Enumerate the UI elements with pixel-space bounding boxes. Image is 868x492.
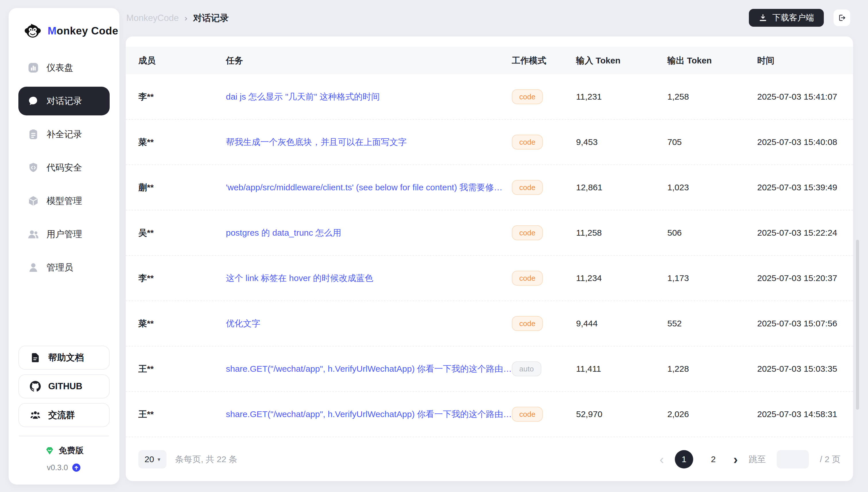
task-link[interactable]: 帮我生成一个灰色底块，并且可以在上面写文字 bbox=[226, 137, 512, 148]
sidebar-item-label: 补全记录 bbox=[47, 128, 82, 140]
logout-button[interactable] bbox=[834, 9, 850, 26]
chevron-right-icon: › bbox=[184, 13, 188, 23]
app-logo: Monkey Code bbox=[8, 8, 119, 53]
model-cube-icon bbox=[28, 195, 39, 207]
sidebar-item-dashboard[interactable]: 仪表盘 bbox=[18, 53, 110, 82]
timestamp: 2025-07-03 15:39:49 bbox=[757, 182, 840, 192]
input-tokens: 52,970 bbox=[576, 409, 667, 419]
sidebar-item-label: 代码安全 bbox=[47, 162, 82, 174]
table-row: 蒯** 'web/app/src/middleware/client.ts' (… bbox=[126, 165, 853, 211]
timestamp: 2025-07-03 15:03:35 bbox=[757, 364, 840, 374]
timestamp: 2025-07-03 15:22:24 bbox=[757, 228, 840, 238]
plan-badge: 免费版 bbox=[18, 445, 110, 457]
caret-down-icon: ▾ bbox=[157, 456, 160, 463]
page-1-button[interactable]: 1 bbox=[675, 450, 693, 468]
github-button[interactable]: GITHUB bbox=[18, 374, 110, 398]
output-tokens: 506 bbox=[667, 228, 757, 238]
sidebar-item-admin[interactable]: 管理员 bbox=[18, 253, 110, 282]
col-member: 成员 bbox=[138, 55, 226, 67]
timestamp: 2025-07-03 15:40:08 bbox=[757, 137, 840, 147]
sidebar-item-chat-records[interactable]: 对话记录 bbox=[18, 87, 110, 115]
timestamp: 2025-07-03 15:41:07 bbox=[757, 92, 840, 102]
table-row: 王** share.GET("/wechat/app", h.VerifyUrl… bbox=[126, 392, 853, 437]
jump-page-input[interactable] bbox=[777, 450, 809, 468]
task-link[interactable]: postgres 的 data_trunc 怎么用 bbox=[226, 227, 512, 239]
col-mode: 工作模式 bbox=[512, 55, 576, 67]
timestamp: 2025-07-03 15:20:37 bbox=[757, 273, 840, 283]
version-label: v0.3.0 bbox=[47, 463, 68, 472]
version-row: v0.3.0 bbox=[18, 463, 110, 472]
mode-badge: code bbox=[512, 180, 543, 195]
next-page-button[interactable]: › bbox=[734, 453, 738, 466]
task-link[interactable]: 'web/app/src/middleware/client.ts' (see … bbox=[226, 182, 512, 194]
dashboard-icon bbox=[28, 62, 39, 73]
logout-icon bbox=[838, 14, 846, 22]
github-label: GITHUB bbox=[48, 381, 82, 392]
jump-to-label: 跳至 bbox=[749, 453, 766, 465]
output-tokens: 1,023 bbox=[667, 182, 757, 192]
task-link[interactable]: share.GET("/wechat/app", h.VerifyUrlWech… bbox=[226, 409, 512, 420]
mode-badge: code bbox=[512, 271, 543, 286]
col-output-token: 输出 Token bbox=[667, 55, 757, 67]
admin-icon bbox=[28, 262, 39, 273]
page-size-select[interactable]: 20 ▾ bbox=[138, 450, 167, 468]
page-size-value: 20 bbox=[145, 454, 154, 464]
input-tokens: 9,453 bbox=[576, 137, 667, 147]
output-tokens: 552 bbox=[667, 319, 757, 328]
task-link[interactable]: 这个 link 标签在 hover 的时候改成蓝色 bbox=[226, 272, 512, 284]
col-task: 任务 bbox=[226, 55, 512, 67]
sidebar-item-user-management[interactable]: 用户管理 bbox=[18, 220, 110, 249]
community-group-label: 交流群 bbox=[48, 409, 75, 421]
task-link[interactable]: 优化文字 bbox=[226, 318, 512, 329]
input-tokens: 9,444 bbox=[576, 319, 667, 328]
table-row: 菜** 优化文字 code 9,444 552 2025-07-03 15:07… bbox=[126, 301, 853, 346]
input-tokens: 11,234 bbox=[576, 273, 667, 283]
task-link[interactable]: dai js 怎么显示 "几天前" 这种格式的时间 bbox=[226, 91, 512, 103]
page-2-button[interactable]: 2 bbox=[704, 450, 722, 468]
sidebar-item-label: 对话记录 bbox=[47, 95, 82, 107]
member-name: 蒯** bbox=[138, 182, 226, 194]
input-tokens: 12,861 bbox=[576, 182, 667, 192]
member-name: 菜** bbox=[138, 318, 226, 329]
table-row: 李** dai js 怎么显示 "几天前" 这种格式的时间 code 11,23… bbox=[126, 74, 853, 120]
community-group-button[interactable]: 交流群 bbox=[18, 403, 110, 427]
help-docs-button[interactable]: 帮助文档 bbox=[18, 346, 110, 370]
member-name: 李** bbox=[138, 91, 226, 103]
sidebar-item-model-management[interactable]: 模型管理 bbox=[18, 187, 110, 215]
upgrade-icon[interactable] bbox=[72, 463, 81, 472]
prev-page-button[interactable]: ‹ bbox=[660, 453, 664, 466]
plan-label: 免费版 bbox=[59, 445, 84, 457]
timestamp: 2025-07-03 14:58:31 bbox=[757, 409, 840, 419]
doc-icon bbox=[30, 352, 41, 363]
mode-badge: code bbox=[512, 316, 543, 331]
mode-badge: auto bbox=[512, 361, 541, 376]
task-link[interactable]: share.GET("/wechat/app", h.VerifyUrlWech… bbox=[226, 363, 512, 375]
completion-icon bbox=[28, 129, 39, 140]
per-page-summary: 条每页, 共 22 条 bbox=[175, 453, 238, 465]
output-tokens: 1,228 bbox=[667, 364, 757, 374]
sidebar-item-label: 用户管理 bbox=[47, 228, 82, 240]
breadcrumb-root[interactable]: MonkeyCode bbox=[126, 13, 179, 23]
breadcrumb-current: 对话记录 bbox=[193, 12, 229, 24]
member-name: 王** bbox=[138, 363, 226, 375]
sidebar-item-code-security[interactable]: 代码安全 bbox=[18, 153, 110, 182]
table-row: 王** share.GET("/wechat/app", h.VerifyUrl… bbox=[126, 346, 853, 392]
sidebar: Monkey Code 仪表盘 对话记录 补全记录 代码安全 bbox=[8, 8, 119, 485]
mode-badge: code bbox=[512, 225, 543, 240]
help-docs-label: 帮助文档 bbox=[48, 352, 84, 364]
sidebar-item-completion-records[interactable]: 补全记录 bbox=[18, 120, 110, 149]
sidebar-item-label: 模型管理 bbox=[47, 195, 82, 207]
scrollbar[interactable] bbox=[856, 240, 859, 410]
pagination-bar: 20 ▾ 条每页, 共 22 条 ‹ 1 2 › 跳至 / 2 页 bbox=[126, 438, 853, 481]
gem-icon bbox=[45, 445, 55, 456]
topbar-actions: 下载客户端 bbox=[749, 9, 850, 27]
member-name: 王** bbox=[138, 409, 226, 420]
sidebar-footer: 帮助文档 GITHUB 交流群 免费版 v0.3.0 bbox=[8, 346, 119, 485]
output-tokens: 705 bbox=[667, 137, 757, 147]
member-name: 菜** bbox=[138, 137, 226, 148]
download-client-button[interactable]: 下载客户端 bbox=[749, 9, 824, 27]
code-shield-icon bbox=[28, 162, 39, 173]
table-header: 成员 任务 工作模式 输入 Token 输出 Token 时间 bbox=[126, 47, 853, 74]
output-tokens: 1,258 bbox=[667, 92, 757, 102]
sidebar-divider bbox=[19, 436, 109, 436]
